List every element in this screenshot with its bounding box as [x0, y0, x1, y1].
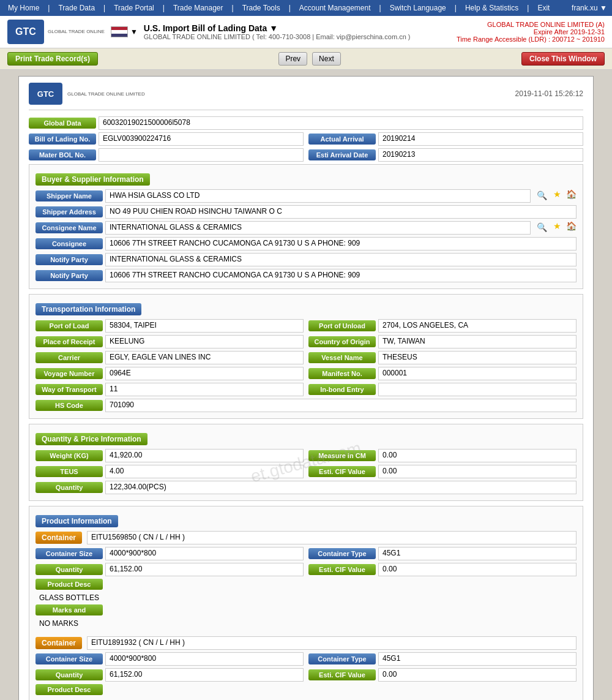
master-bol-label: Mater BOL No. — [29, 149, 96, 160]
port-load-label: Port of Load — [35, 320, 103, 331]
consignee-name-value: INTERNATIONAL GLASS & CERAMICS — [105, 221, 531, 235]
way-transport-label: Way of Transport — [35, 384, 103, 395]
nav-separator4: | — [229, 2, 237, 13]
actual-arrival-value: 20190214 — [378, 132, 583, 146]
voyage-manifest-row: Voyage Number 0964E Manifest No. 000001 — [35, 367, 577, 380]
shipper-address-label: Shipper Address — [35, 206, 103, 217]
in-bond-col: In-bond Entry — [308, 383, 577, 396]
transport-bond-row: Way of Transport 11 In-bond Entry — [35, 383, 577, 396]
voyage-value: 0964E — [105, 367, 304, 380]
nav-switch-language[interactable]: Switch Language — [387, 2, 449, 13]
actual-arrival-label: Actual Arrival — [308, 134, 376, 145]
container2-type-label: Container Type — [308, 653, 376, 664]
main-content: GTC GLOBAL TRADE ONLINE LIMITED 2019-11-… — [0, 70, 612, 700]
place-receipt-value: KEELUNG — [105, 335, 304, 348]
buyer-supplier-section: Buyer & Supplier Information Shipper Nam… — [29, 164, 583, 289]
company-name: GLOBAL TRADE ONLINE LIMITED (A) — [457, 21, 605, 28]
teus-label: TEUS — [35, 466, 103, 477]
nav-my-home[interactable]: My Home — [5, 2, 42, 13]
nav-trade-tools[interactable]: Trade Tools — [239, 2, 283, 13]
carrier-col: Carrier EGLY, EAGLE VAN LINES INC — [35, 351, 304, 364]
shipper-name-label: Shipper Name — [35, 190, 103, 201]
receipt-origin-row: Place of Receipt KEELUNG Country of Orig… — [35, 335, 577, 348]
carrier-value: EGLY, EAGLE VAN LINES INC — [105, 351, 304, 364]
consignee-search-icon[interactable]: 🔍 — [536, 221, 548, 235]
quantity-value: 122,304.00(PCS) — [105, 481, 577, 494]
header-company-info: GLOBAL TRADE ONLINE LIMITED (A) Expire A… — [457, 21, 605, 43]
way-transport-col: Way of Transport 11 — [35, 383, 304, 396]
flag-icon — [111, 26, 128, 37]
close-button[interactable]: Close This Window — [521, 52, 605, 66]
consignee-value: 10606 7TH STREET RANCHO CUCAMONGA CA 917… — [105, 237, 577, 250]
esti-arrival-label: Esti Arrival Date — [308, 149, 376, 160]
container2-desc-label: Product Desc — [35, 684, 103, 695]
consignee-home-icon[interactable]: 🏠 — [566, 221, 577, 235]
shipper-search-icon[interactable]: 🔍 — [536, 189, 548, 203]
user-info[interactable]: frank.xu ▼ — [572, 4, 607, 12]
nav-help-statistics[interactable]: Help & Statistics — [462, 2, 521, 13]
notify-party2-row: Notify Party 10606 7TH STREET RANCHO CUC… — [35, 269, 577, 282]
nav-separator8: | — [524, 2, 532, 13]
container1-marks-value: NO MARKS — [35, 618, 577, 630]
logo-subtext: GLOBAL TRADE ONLINE — [48, 29, 105, 35]
esti-arrival-value: 20190213 — [378, 148, 583, 162]
nav-trade-portal[interactable]: Trade Portal — [111, 2, 157, 13]
shipper-address-row: Shipper Address NO 49 PUU CHIEN ROAD HSI… — [35, 205, 577, 219]
shipper-star-icon[interactable]: ★ — [553, 189, 561, 203]
nav-account-management[interactable]: Account Management — [296, 2, 374, 13]
nav-exit[interactable]: Exit — [534, 2, 553, 13]
nav-trade-data[interactable]: Trade Data — [55, 2, 98, 13]
bol-arrival-row: Bill of Lading No. EGLV003900224716 Actu… — [29, 132, 583, 146]
consignee-row: Consignee 10606 7TH STREET RANCHO CUCAMO… — [35, 237, 577, 250]
print-button[interactable]: Print Trade Record(s) — [7, 52, 98, 66]
weight-value: 41,920.00 — [105, 449, 304, 462]
consignee-name-row: Consignee Name INTERNATIONAL GLASS & CER… — [35, 221, 577, 235]
container2-id-row: Container EITU1891932 ( CN / L / HH ) — [35, 636, 577, 650]
port-load-col: Port of Load 58304, TAIPEI — [35, 319, 304, 333]
in-bond-value — [378, 383, 577, 396]
notify-party1-label: Notify Party — [35, 254, 103, 265]
nav-separator2: | — [100, 2, 108, 13]
container2-cif-label: Esti. CIF Value — [308, 669, 376, 680]
flag-area: ▼ — [111, 26, 138, 37]
manifest-label: Manifest No. — [308, 368, 376, 379]
prev-button[interactable]: Prev — [278, 52, 307, 66]
container1-id-row: Container EITU1569850 ( CN / L / HH ) — [35, 531, 577, 544]
flag-dropdown[interactable]: ▼ — [130, 28, 138, 36]
ports-row: Port of Load 58304, TAIPEI Port of Unloa… — [35, 319, 577, 333]
port-unload-value: 2704, LOS ANGELES, CA — [378, 319, 577, 333]
container2-label: Container — [35, 637, 82, 649]
time-range: Time Range Accessible (LDR) : 200712 ~ 2… — [457, 36, 605, 43]
transportation-section: Transportation Information Port of Load … — [29, 294, 583, 419]
container1-size-label: Container Size — [35, 548, 103, 559]
container2-qty-label: Quantity — [35, 669, 103, 680]
shipper-home-icon[interactable]: 🏠 — [566, 189, 577, 203]
weight-col: Weight (KG) 41,920.00 — [35, 449, 304, 462]
consignee-star-icon[interactable]: ★ — [553, 221, 561, 235]
global-data-value: 60032019021500006l5078 — [99, 116, 583, 130]
place-receipt-col: Place of Receipt KEELUNG — [35, 335, 304, 348]
buyer-supplier-header: Buyer & Supplier Information — [35, 173, 150, 186]
carrier-label: Carrier — [35, 352, 103, 363]
next-button[interactable]: Next — [312, 52, 341, 66]
measure-label: Measure in CM — [308, 450, 376, 461]
container1-type-value: 45G1 — [378, 547, 577, 560]
container2-qty-cif-row: Quantity 61,152.00 Esti. CIF Value 0.00 — [35, 668, 577, 682]
container1-value: EITU1569850 ( CN / L / HH ) — [87, 531, 577, 544]
consignee-name-col: Consignee Name INTERNATIONAL GLASS & CER… — [35, 221, 531, 235]
container2-qty-col: Quantity 61,152.00 — [35, 668, 304, 682]
nav-trade-manager[interactable]: Trade Manager — [170, 2, 226, 13]
manifest-col: Manifest No. 000001 — [308, 367, 577, 380]
container1-type-col: Container Type 45G1 — [308, 547, 577, 560]
esti-cif-col: Esti. CIF Value 0.00 — [308, 465, 577, 478]
place-receipt-label: Place of Receipt — [35, 336, 103, 347]
port-unload-label: Port of Unload — [308, 320, 376, 331]
quantity-row: Quantity 122,304.00(PCS) — [35, 481, 577, 494]
in-bond-label: In-bond Entry — [308, 384, 376, 395]
port-unload-col: Port of Unload 2704, LOS ANGELES, CA — [308, 319, 577, 333]
notify-party2-label: Notify Party — [35, 270, 103, 281]
document-card: GTC GLOBAL TRADE ONLINE LIMITED 2019-11-… — [18, 76, 594, 700]
nav-separator7: | — [452, 2, 460, 13]
container1-cif-value: 0.00 — [378, 563, 577, 576]
container1-cif-label: Esti. CIF Value — [308, 564, 376, 575]
